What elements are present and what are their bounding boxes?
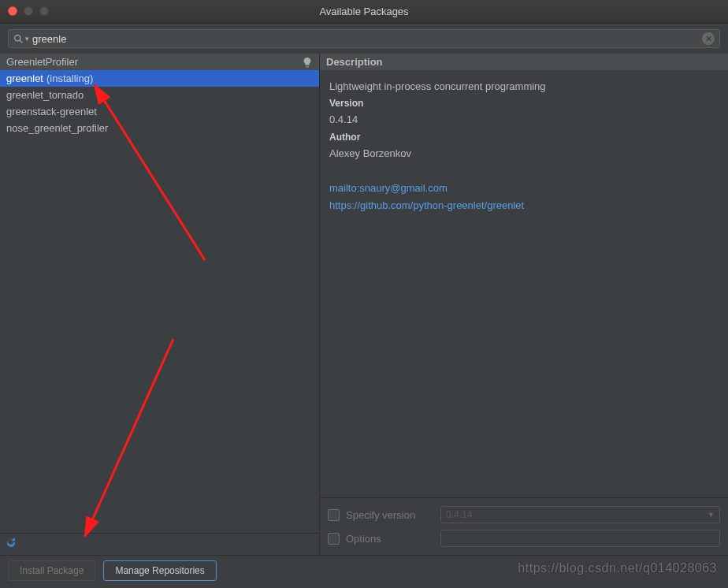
suggest-icon [302,57,313,68]
traffic-lights [8,6,49,16]
search-scope-dropdown-icon[interactable]: ▾ [25,35,29,43]
package-version: 0.4.14 [329,111,719,128]
version-combobox[interactable]: 0.4.14 ▼ [440,506,720,523]
package-list-panel: GreenletProfiler greenlet (installing) g… [0,54,320,555]
specify-version-checkbox[interactable] [328,509,340,521]
author-label: Author [329,129,719,145]
description-body: Lightweight in-process concurrent progra… [320,70,728,497]
search-field-wrap[interactable]: ▾ ✕ [8,29,720,48]
version-combobox-value: 0.4.14 [446,509,472,520]
package-summary: Lightweight in-process concurrent progra… [329,78,719,95]
package-list[interactable]: GreenletProfiler greenlet (installing) g… [0,54,319,533]
list-item[interactable]: greenlet_tornado [0,87,319,103]
install-options: Specify version 0.4.14 ▼ Options [320,497,728,555]
package-name: greenlet [6,73,43,84]
list-item-selected[interactable]: greenlet (installing) [0,70,319,87]
search-icon [13,34,24,44]
description-panel: Description Lightweight in-process concu… [320,54,728,555]
refresh-button[interactable] [5,537,17,552]
titlebar: Available Packages [0,0,728,24]
specify-version-label: Specify version [346,509,440,521]
description-heading: Description [320,54,728,70]
author-email-link[interactable]: mailto:snaury@gmail.com [329,180,719,197]
package-name: greenlet_tornado [6,89,84,101]
version-label: Version [329,95,719,111]
options-label: Options [346,533,440,545]
options-input[interactable] [440,530,720,547]
svg-line-1 [20,40,22,43]
package-name: greenstack-greenlet [6,106,97,117]
install-package-button[interactable]: Install Package [8,560,95,581]
chevron-down-icon: ▼ [708,511,715,519]
package-status: (installing) [46,73,93,84]
watermark: https://blog.csdn.net/q014028063 [518,561,717,575]
list-item[interactable]: nose_greenlet_profiler [0,120,319,136]
package-name: GreenletProfiler [6,56,78,68]
close-window-icon[interactable] [8,6,17,16]
svg-point-0 [15,35,20,40]
package-name: nose_greenlet_profiler [6,122,108,134]
minimize-window-icon[interactable] [24,6,33,16]
project-url-link[interactable]: https://github.com/python-greenlet/green… [329,197,719,214]
window-title: Available Packages [319,6,408,17]
clear-search-icon[interactable]: ✕ [702,32,715,45]
list-item[interactable]: GreenletProfiler [0,54,319,70]
manage-repositories-button[interactable]: Manage Repositories [103,560,216,581]
package-author: Alexey Borzenkov [329,145,719,162]
list-item[interactable]: greenstack-greenlet [0,103,319,120]
zoom-window-icon[interactable] [39,6,49,16]
search-input[interactable] [32,33,702,45]
options-checkbox[interactable] [328,533,340,545]
